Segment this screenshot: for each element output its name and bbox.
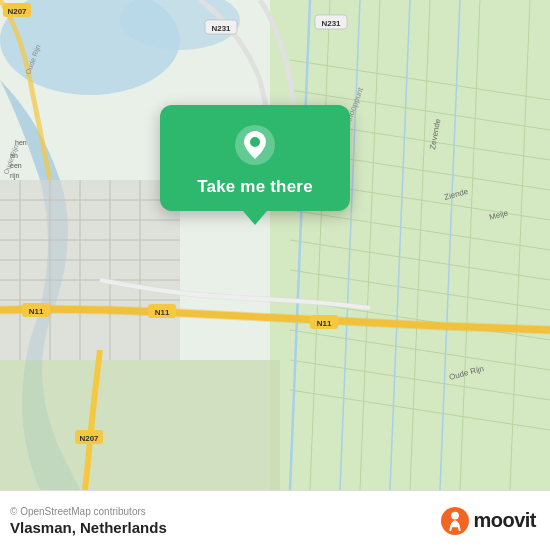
svg-text:rijn: rijn <box>10 172 19 180</box>
svg-text:N11: N11 <box>29 307 44 316</box>
popup-card[interactable]: Take me there <box>160 105 350 211</box>
moovit-logo: moovit <box>441 507 536 535</box>
svg-text:N207: N207 <box>7 7 27 16</box>
map-area: N11 N11 N11 N231 N231 N207 N207 Oude Rij… <box>0 0 550 490</box>
footer-info: © OpenStreetMap contributors Vlasman, Ne… <box>10 506 167 536</box>
svg-rect-1 <box>270 0 550 490</box>
take-me-there-button[interactable]: Take me there <box>197 177 313 197</box>
svg-text:N11: N11 <box>155 308 170 317</box>
svg-text:N207: N207 <box>79 434 99 443</box>
moovit-logo-icon <box>441 507 469 535</box>
svg-text:N231: N231 <box>321 19 341 28</box>
svg-text:hen: hen <box>15 139 27 146</box>
svg-text:een: een <box>10 162 22 169</box>
svg-text:N231: N231 <box>211 24 231 33</box>
footer-bar: © OpenStreetMap contributors Vlasman, Ne… <box>0 490 550 550</box>
location-pin-icon <box>233 123 277 167</box>
svg-text:N11: N11 <box>317 319 332 328</box>
svg-point-67 <box>452 511 460 519</box>
svg-point-65 <box>250 137 260 147</box>
svg-rect-25 <box>0 180 180 360</box>
location-name: Vlasman, Netherlands <box>10 519 167 536</box>
moovit-brand-text: moovit <box>473 509 536 532</box>
svg-rect-38 <box>180 360 280 490</box>
copyright-text: © OpenStreetMap contributors <box>10 506 167 517</box>
svg-text:an: an <box>10 152 18 159</box>
